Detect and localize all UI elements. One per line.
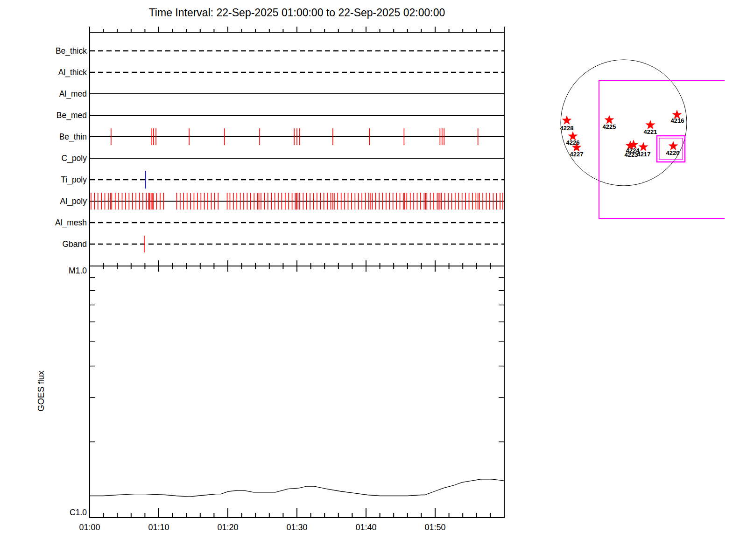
active-region-label-4228: 4228 <box>560 125 574 132</box>
active-region-label-4227: 4227 <box>570 151 584 158</box>
time-label-01:50: 01:50 <box>414 523 456 532</box>
filter-label-Gband: Gband <box>0 239 87 249</box>
plot-canvas <box>0 0 747 560</box>
solar-limb-circle <box>561 60 687 186</box>
active-region-label-4216: 4216 <box>671 117 684 124</box>
y-axis-bottom-label: C1.0 <box>0 508 87 517</box>
filter-label-Al_med: Al_med <box>0 89 87 99</box>
active-region-label-4226: 4226 <box>566 139 580 146</box>
active-region-label-4220: 4220 <box>666 149 680 156</box>
goes-flux-curve <box>90 479 504 497</box>
filter-label-Be_thick: Be_thick <box>0 46 87 56</box>
active-region-label-4217: 4217 <box>637 151 651 158</box>
fov-box-large <box>599 81 725 218</box>
active-region-star-4228 <box>562 115 572 125</box>
filter-label-Ti_poly: Ti_poly <box>0 175 87 185</box>
timeline-panel-frame <box>90 32 504 266</box>
time-label-01:30: 01:30 <box>276 523 318 532</box>
filter-label-Al_poly: Al_poly <box>0 196 87 206</box>
active-region-star-4221 <box>646 120 655 129</box>
page-title: Time Interval: 22-Sep-2025 01:00:00 to 2… <box>90 7 504 19</box>
goes-flux-axis-label: GOES flux <box>36 371 46 411</box>
goes-panel-frame <box>90 266 504 518</box>
time-label-01:10: 01:10 <box>138 523 180 532</box>
time-label-01:20: 01:20 <box>207 523 249 532</box>
active-region-star-4220 <box>669 141 678 150</box>
active-region-label-4223: 4223 <box>625 151 638 158</box>
active-region-star-4217 <box>639 142 648 151</box>
active-region-label-4225: 4225 <box>603 123 616 130</box>
filter-label-Be_med: Be_med <box>0 110 87 120</box>
filter-label-Al_thick: Al_thick <box>0 67 87 77</box>
filter-label-C_poly: C_poly <box>0 153 87 163</box>
y-axis-top-label: M1.0 <box>0 266 87 275</box>
active-region-star-4225 <box>605 115 614 124</box>
time-label-01:40: 01:40 <box>345 523 387 532</box>
time-label-01:00: 01:00 <box>69 523 111 532</box>
filter-label-Be_thin: Be_thin <box>0 132 87 142</box>
screenshot-root: Time Interval: 22-Sep-2025 01:00:00 to 2… <box>0 0 747 560</box>
filter-label-Al_mesh: Al_mesh <box>0 217 87 228</box>
active-region-label-4221: 4221 <box>644 128 657 135</box>
